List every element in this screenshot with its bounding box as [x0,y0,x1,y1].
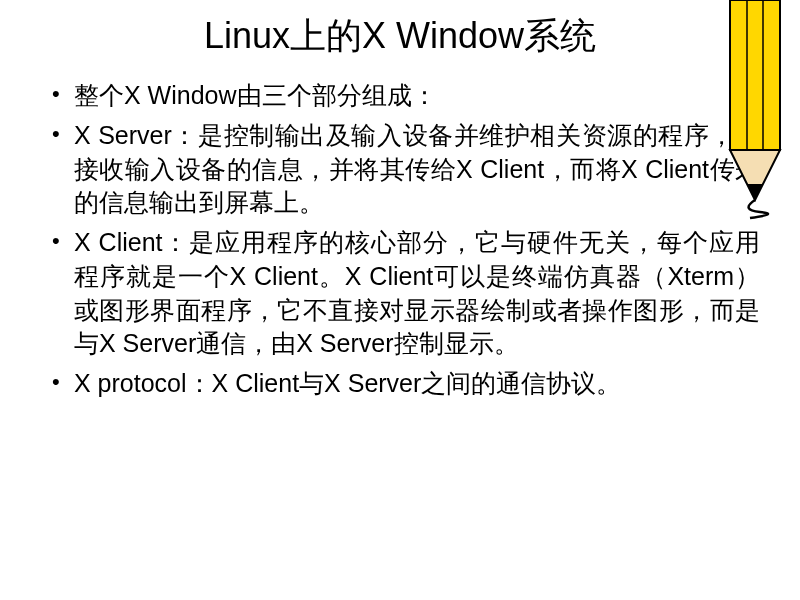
bullet-item: • 整个X Window由三个部分组成： [50,79,760,113]
bullet-text: X Client：是应用程序的核心部分，它与硬件无关，每个应用程序就是一个X C… [74,226,760,361]
svg-rect-0 [730,0,780,150]
bullet-dot: • [50,226,74,256]
bullet-text: X Server：是控制输出及输入设备并维护相关资源的程序，它接收输入设备的信息… [74,119,760,220]
bullet-item: • X Client：是应用程序的核心部分，它与硬件无关，每个应用程序就是一个X… [50,226,760,361]
bullet-item: • X Server：是控制输出及输入设备并维护相关资源的程序，它接收输入设备的… [50,119,760,220]
pencil-decoration [710,0,800,220]
slide-title: Linux上的X Window系统 [0,0,800,79]
bullet-text: 整个X Window由三个部分组成： [74,79,760,113]
bullet-dot: • [50,79,74,109]
bullet-text: X protocol：X Client与X Server之间的通信协议。 [74,367,760,401]
bullet-dot: • [50,119,74,149]
svg-marker-4 [747,184,763,200]
bullet-item: • X protocol：X Client与X Server之间的通信协议。 [50,367,760,401]
bullet-dot: • [50,367,74,397]
slide-content: • 整个X Window由三个部分组成： • X Server：是控制输出及输入… [0,79,800,401]
